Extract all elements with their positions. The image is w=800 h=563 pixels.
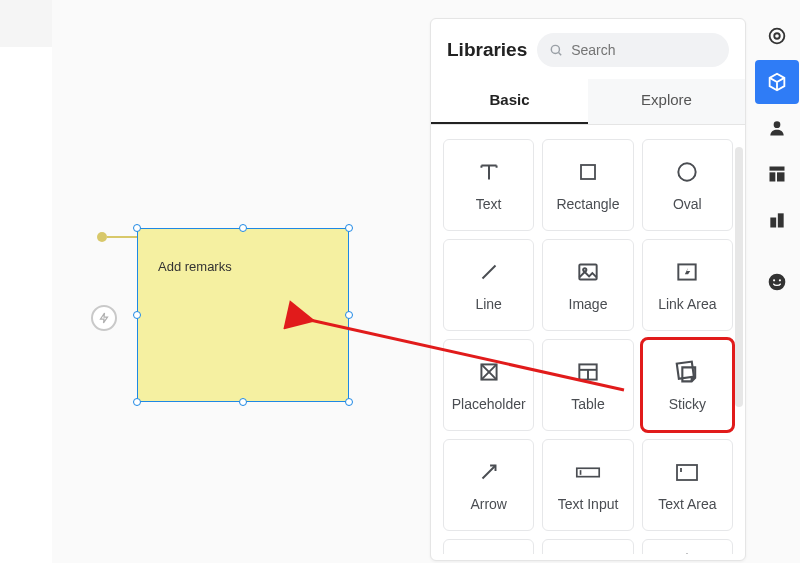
top-left-corner <box>0 0 52 47</box>
tile-label: Arrow <box>470 496 507 512</box>
tile-arrow[interactable]: Arrow <box>443 439 534 531</box>
left-sidebar-blank <box>0 47 52 563</box>
tile-label: Link Area <box>658 296 716 312</box>
text-area-icon <box>673 458 701 486</box>
resize-handle-b[interactable] <box>239 398 247 406</box>
svg-rect-14 <box>677 362 694 379</box>
sticky-note-selection[interactable]: Add remarks <box>137 228 349 402</box>
svg-rect-28 <box>778 213 784 227</box>
component-grid-scroll[interactable]: Text Rectangle Oval Line <box>431 125 745 554</box>
resize-handle-l[interactable] <box>133 311 141 319</box>
interaction-bolt-badge[interactable] <box>91 305 117 331</box>
resize-handle-tl[interactable] <box>133 224 141 232</box>
arrow-icon <box>475 458 503 486</box>
rail-profile-button[interactable] <box>755 106 799 150</box>
rail-layout-button[interactable] <box>755 152 799 196</box>
resize-handle-t[interactable] <box>239 224 247 232</box>
rail-target-button[interactable] <box>755 14 799 58</box>
svg-rect-25 <box>770 172 776 181</box>
text-input-icon <box>574 458 602 486</box>
tile-image[interactable]: Image <box>542 239 633 331</box>
svg-point-22 <box>774 33 780 39</box>
comment-anchor-line <box>107 236 137 238</box>
rectangle-icon <box>574 158 602 186</box>
svg-line-15 <box>482 466 495 479</box>
libraries-tabs: Basic Explore <box>431 79 745 125</box>
sticky-note-text[interactable]: Add remarks <box>158 259 232 274</box>
tile-rectangle[interactable]: Rectangle <box>542 139 633 231</box>
tile-text-input[interactable]: Text Input <box>542 439 633 531</box>
placeholder-icon <box>475 358 503 386</box>
panel-scrollbar[interactable] <box>735 147 743 407</box>
link-area-icon <box>673 258 701 286</box>
svg-point-21 <box>770 29 785 44</box>
target-icon <box>766 25 788 47</box>
text-icon <box>475 158 503 186</box>
line-icon <box>475 258 503 286</box>
oval-icon <box>673 158 701 186</box>
tile-table[interactable]: Table <box>542 339 633 431</box>
libraries-panel-header: Libraries <box>431 19 745 79</box>
table-icon <box>574 358 602 386</box>
svg-rect-5 <box>579 264 596 279</box>
svg-rect-24 <box>770 167 785 171</box>
tile-placeholder[interactable]: Placeholder <box>443 339 534 431</box>
rail-components-button[interactable] <box>755 60 799 104</box>
tile-line[interactable]: Line <box>443 239 534 331</box>
libraries-search[interactable] <box>537 33 729 67</box>
cube-icon <box>766 71 788 93</box>
tile-label: Line <box>475 296 501 312</box>
svg-point-23 <box>774 121 781 128</box>
tile-text-area[interactable]: Text Area <box>642 439 733 531</box>
svg-rect-2 <box>581 165 595 179</box>
rail-emoji-button[interactable] <box>755 260 799 304</box>
svg-rect-18 <box>677 465 697 480</box>
person-icon <box>767 118 787 138</box>
buildings-icon <box>767 210 787 230</box>
svg-line-1 <box>559 53 562 56</box>
tile-partial-1[interactable] <box>443 539 534 554</box>
search-icon <box>549 42 563 58</box>
tile-link-area[interactable]: Link Area <box>642 239 733 331</box>
search-input[interactable] <box>571 42 717 58</box>
tile-oval[interactable]: Oval <box>642 139 733 231</box>
resize-handle-r[interactable] <box>345 311 353 319</box>
tile-sticky[interactable]: Sticky <box>642 339 733 431</box>
tile-label: Text Area <box>658 496 716 512</box>
tab-explore[interactable]: Explore <box>588 79 745 124</box>
tile-label: Table <box>571 396 604 412</box>
libraries-title: Libraries <box>447 39 527 61</box>
svg-line-4 <box>482 266 495 279</box>
image-icon <box>574 258 602 286</box>
rail-assets-button[interactable] <box>755 198 799 242</box>
tile-label: Text Input <box>558 496 619 512</box>
tile-text[interactable]: Text <box>443 139 534 231</box>
svg-point-3 <box>679 163 696 180</box>
resize-handle-bl[interactable] <box>133 398 141 406</box>
libraries-panel: Libraries Basic Explore Text Rectangle <box>430 18 746 561</box>
svg-point-0 <box>552 45 560 53</box>
comment-anchor-dot[interactable] <box>97 232 107 242</box>
tile-label: Sticky <box>669 396 706 412</box>
layout-icon <box>767 164 787 184</box>
svg-point-29 <box>769 274 786 291</box>
svg-point-30 <box>773 279 775 281</box>
tile-label: Oval <box>673 196 702 212</box>
tile-partial-2[interactable] <box>542 539 633 554</box>
tile-label: Image <box>569 296 608 312</box>
right-toolbar <box>754 14 800 304</box>
star-icon <box>673 553 701 554</box>
resize-handle-tr[interactable] <box>345 224 353 232</box>
tab-basic[interactable]: Basic <box>431 79 588 124</box>
sticky-note[interactable]: Add remarks <box>137 228 349 402</box>
tile-label: Text <box>476 196 502 212</box>
sticky-icon <box>673 358 701 386</box>
emoji-icon <box>767 272 787 292</box>
resize-handle-br[interactable] <box>345 398 353 406</box>
svg-point-31 <box>779 279 781 281</box>
component-grid: Text Rectangle Oval Line <box>443 139 733 554</box>
tile-label: Rectangle <box>556 196 619 212</box>
tile-label: Placeholder <box>452 396 526 412</box>
svg-rect-27 <box>770 218 776 228</box>
tile-partial-3[interactable] <box>642 539 733 554</box>
